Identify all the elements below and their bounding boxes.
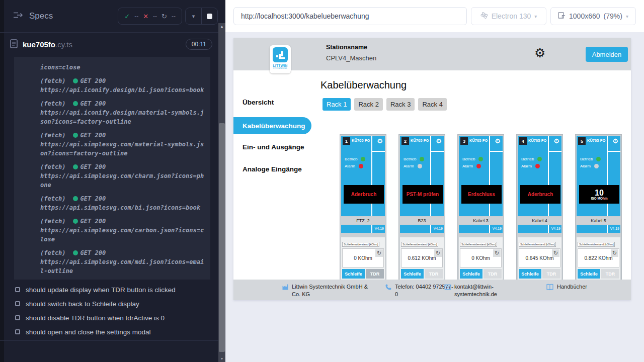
browser-select[interactable]: Electron 130 ▾ (471, 7, 546, 25)
settings-gear-icon[interactable]: ⚙ (534, 46, 545, 60)
spec-file-row[interactable]: kue705fo.cy.ts 00:11 (0, 33, 218, 56)
device-model: KÜ705-FO (411, 138, 429, 143)
failed-count: -- (153, 13, 157, 20)
log-entry[interactable]: (fetch)GET 200 https://api.iconify.desig… (40, 76, 206, 95)
rack-tabs: Rack 1 Rack 2 Rack 3 Rack 4 (323, 98, 447, 111)
measurement-value: 0.612 KOhm ↻ (401, 248, 443, 267)
device-settings-icon[interactable]: ⚙ (495, 137, 501, 145)
littwin-logo-icon (273, 47, 288, 62)
tab-rack-2[interactable]: Rack 2 (354, 98, 382, 111)
collapse-all-button[interactable]: ▾ (186, 8, 201, 24)
viewport-select[interactable]: 1000x660 (79%) ▾ (550, 7, 636, 25)
divider (548, 136, 549, 216)
page-title: Kabelüberwachung (320, 79, 407, 91)
electron-icon (480, 12, 488, 21)
log-entry[interactable]: (fetch)GET 200 https://api.iconify.desig… (40, 99, 206, 126)
log-entry[interactable]: (fetch)GET 200 https://api.simplesvg.com… (40, 194, 206, 212)
scroll-up-icon[interactable]: ▴ (218, 24, 225, 29)
nav-kabelueberwachung[interactable]: Kabelüberwachung (233, 117, 311, 134)
device-card-2: 2 KÜ705-FO ⚙ Betrieb Alarm PST-M prüfen … (398, 134, 445, 285)
nav-analoge-eingaenge[interactable]: Analoge Eingänge (243, 165, 302, 173)
refresh-icon[interactable]: ↻ (375, 249, 383, 257)
nav-ein-und-ausgaenge[interactable]: Ein- und Ausgänge (243, 143, 304, 151)
tab-rack-1[interactable]: Rack 1 (323, 98, 351, 111)
app-footer: Littwin Systemtechnik GmbH & Co. KG Tele… (233, 280, 631, 300)
divider (489, 136, 490, 216)
success-dot-icon (73, 164, 78, 169)
betrieb-led (361, 157, 365, 161)
firmware-version: V4.19 (610, 227, 619, 230)
device-settings-icon[interactable]: ⚙ (612, 137, 618, 145)
logout-button[interactable]: Abmelden (586, 47, 628, 62)
refresh-icon[interactable]: ↻ (493, 249, 501, 257)
schleife-button[interactable]: Schleife (401, 269, 424, 279)
success-dot-icon (73, 78, 78, 83)
company-name: Littwin Systemtechnik GmbH & Co. KG (292, 283, 373, 299)
tdr-button[interactable]: TDR (425, 269, 443, 279)
schleife-button[interactable]: Schleife (519, 269, 541, 279)
stop-tests-button[interactable] (202, 8, 217, 24)
runner-scrollbar[interactable]: ▴ ▾ (218, 23, 225, 362)
tdr-button[interactable]: TDR (542, 269, 560, 279)
pending-test-icon (15, 287, 20, 292)
browser-bar: http://localhost:3000/kabelueberwachung … (225, 0, 644, 32)
divider (490, 151, 503, 152)
test-item[interactable]: should update display when TDR button is… (0, 283, 218, 297)
schleife-button[interactable]: Schleife (342, 269, 365, 279)
log-entry[interactable]: (fetch)GET 200 https://api.simplesvg.com… (40, 131, 206, 158)
spec-timer: 00:11 (186, 39, 212, 50)
tdr-button[interactable]: TDR (484, 269, 502, 279)
divider (430, 136, 431, 216)
measurement-panel: Schleifenwiderstand [kOhm] 0 KOhm ↻ Schl… (341, 237, 385, 280)
divider (0, 340, 218, 341)
running-count: -- (172, 13, 176, 20)
tab-rack-3[interactable]: Rack 3 (386, 98, 415, 111)
tab-rack-4[interactable]: Rack 4 (418, 98, 446, 111)
log-entry[interactable]: (fetch)GET 200 https://api.simplesvg.com… (40, 162, 206, 190)
nav-uebersicht[interactable]: Übersicht (243, 99, 274, 106)
measurement-value: 0 KOhm ↻ (460, 248, 502, 267)
refresh-icon[interactable]: ↻ (611, 249, 618, 257)
scroll-down-icon[interactable]: ▾ (218, 356, 225, 361)
measurement-value: 0 KOhm ↻ (342, 248, 384, 267)
measurement-panel: Schleifenwiderstand [kOhm] 0 KOhm ↻ Schl… (459, 237, 503, 280)
specs-title: Specs (29, 11, 53, 21)
sidebar-toggle-icon[interactable] (13, 11, 23, 21)
status-display: Erdschluss (461, 185, 502, 204)
tdr-button[interactable]: TDR (366, 269, 384, 279)
test-item[interactable]: should disable TDR button when tdrActive… (0, 311, 218, 325)
success-dot-icon (73, 219, 78, 224)
test-item[interactable]: should switch back to Schleife display (0, 297, 218, 311)
divider (372, 151, 385, 152)
status-display: PST-M prüfen (403, 185, 443, 204)
device-model: KÜ705-FO (528, 138, 546, 143)
tdr-button[interactable]: TDR (601, 269, 619, 279)
cable-name: Kabel 4 (518, 217, 561, 224)
test-stats-group[interactable]: ✓ -- ✕ -- ↻ -- (118, 8, 182, 25)
refresh-icon[interactable]: ↻ (434, 249, 442, 257)
refresh-icon[interactable]: ↻ (552, 249, 559, 257)
device-settings-icon[interactable]: ⚙ (436, 137, 442, 145)
schleife-button[interactable]: Schleife (460, 269, 482, 279)
device-settings-icon[interactable]: ⚙ (553, 137, 559, 145)
measurement-panel: Schleifenwiderstand [kOhm] 0.612 KOhm ↻ … (400, 237, 444, 280)
firmware-version: V4.19 (551, 227, 560, 230)
test-item[interactable]: should open and close the settings modal (0, 325, 218, 339)
betrieb-led (420, 157, 424, 161)
test-runner-panel: Specs ✓ -- ✕ -- ↻ -- ▾ kue705fo.cy.ts 00… (0, 0, 225, 362)
device-settings-icon[interactable]: ⚙ (377, 137, 383, 145)
log-entry[interactable]: (fetch)GET 200 https://api.simplesvg.com… (40, 217, 206, 244)
schleife-button[interactable]: Schleife (578, 269, 600, 279)
alarm-led (594, 164, 599, 168)
firmware-version: V4.19 (375, 227, 384, 230)
divider (608, 151, 620, 152)
cable-name: FTZ_2 (341, 217, 385, 224)
url-input[interactable]: http://localhost:3000/kabelueberwachung (233, 7, 467, 25)
success-dot-icon (73, 101, 78, 106)
divider (371, 225, 372, 233)
manuals-link[interactable]: Handbücher (546, 283, 587, 293)
scrollbar-thumb[interactable] (219, 123, 225, 352)
log-entry[interactable]: icons=close (40, 63, 206, 72)
log-entry[interactable]: (fetch)GET 200 https://api.simplesvg.com… (40, 248, 206, 276)
contact-email[interactable]: kontakt@littwin-systemtechnik.de (454, 283, 501, 299)
